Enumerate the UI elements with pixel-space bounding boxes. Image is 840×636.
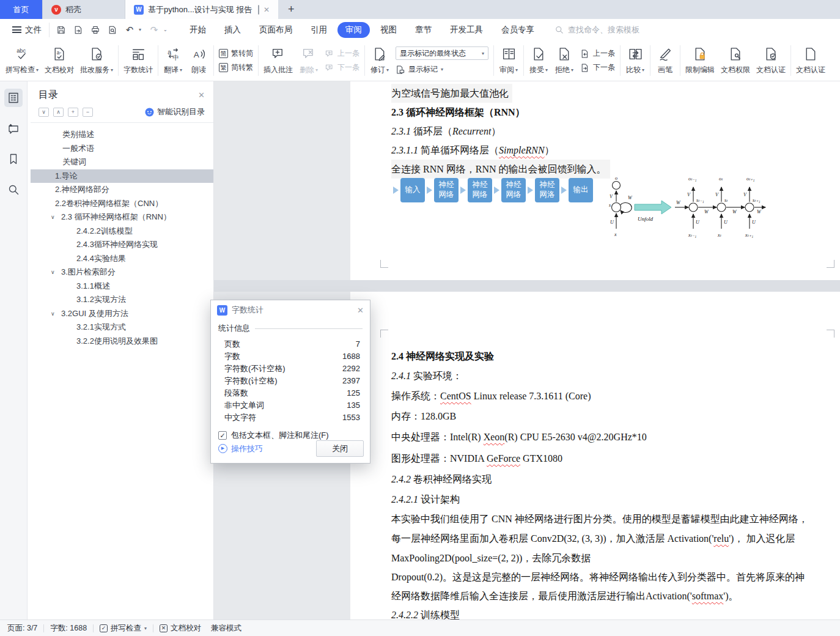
toc-item[interactable]: ∨ 3.图片检索部分: [31, 265, 213, 279]
file-menu-button[interactable]: 文件: [6, 24, 48, 35]
toc-item[interactable]: ∨ 3.2GUI 及使用方法: [31, 307, 213, 321]
toc-item[interactable]: 类别描述: [31, 128, 213, 142]
page-indicator: 页面: 3/7: [7, 623, 37, 634]
toc-item[interactable]: 2.4.4实验结果: [31, 252, 213, 266]
word-count-indicator[interactable]: 字数: 1688: [50, 623, 87, 634]
delete-comment-button[interactable]: 删除▾: [296, 40, 322, 81]
status-doc-proof[interactable]: ✕ 文档校对: [160, 623, 201, 634]
toc-expand-all-button[interactable]: ∨: [39, 108, 49, 117]
close-button[interactable]: 关闭: [316, 440, 364, 457]
toc-item[interactable]: ∨ 2.3 循环神经网络框架（RNN）: [31, 210, 213, 224]
toc-item[interactable]: 3.1.2实现方法: [31, 293, 213, 307]
chevron-down-icon[interactable]: ∨: [51, 307, 55, 321]
toc-item[interactable]: 关键词: [31, 155, 213, 169]
toc-item[interactable]: 3.1.1概述: [31, 279, 213, 294]
dialog-title: 字数统计: [232, 305, 353, 316]
dialog-close-icon[interactable]: ✕: [357, 306, 364, 315]
ribbon-tab[interactable]: 开发工具: [442, 22, 491, 38]
export-button[interactable]: [70, 23, 86, 37]
search-panel-icon[interactable]: [4, 180, 23, 199]
tab-docer[interactable]: ν 稻壳: [43, 0, 125, 19]
flow-box: 输入: [400, 178, 425, 202]
toc-item[interactable]: 2.4.2.2训练模型: [31, 224, 213, 239]
toc-item[interactable]: 2.神经网络部分: [31, 183, 213, 197]
redo-button[interactable]: ↷: [146, 23, 162, 37]
document-page[interactable]: 2.4 神经网络实现及实验 2.4.1 实验环境： 操作系统：CentOS Li…: [350, 292, 840, 619]
tab-window-icon[interactable]: [258, 6, 259, 14]
command-search[interactable]: 查找命令、搜索模板: [554, 24, 639, 35]
ribbon-tab[interactable]: 插入: [216, 22, 249, 38]
chevron-down-icon[interactable]: ∨: [51, 210, 55, 224]
toc-close-icon[interactable]: ✕: [198, 91, 205, 100]
document-page[interactable]: 为空域信号施加最大值池化 2.3 循环神经网络框架（RNN） 2.3.1 循环层…: [350, 81, 840, 280]
tab-close-icon[interactable]: ✕: [263, 6, 270, 14]
tab-document[interactable]: W 基于python...设计与实现 报告 ✕: [125, 0, 278, 19]
customize-toolbar-icon[interactable]: ⌄: [163, 27, 169, 32]
doc-line: 2.3.1.1 简单循环网络层（SimpleRNN）: [391, 141, 840, 160]
undo-caret-icon[interactable]: ▾: [139, 27, 145, 32]
toc-zoom-in-button[interactable]: +: [68, 108, 78, 117]
pen-button[interactable]: 画笔: [652, 40, 678, 81]
next-comment-button[interactable]: 下一条: [325, 62, 359, 73]
smart-toc-button[interactable]: 智能识别目录: [145, 106, 205, 117]
toc-zoom-out-button[interactable]: −: [83, 108, 93, 117]
next-change-button[interactable]: 下一条: [580, 62, 615, 73]
doc-permission-button[interactable]: 文档权限: [718, 40, 753, 81]
toc-item[interactable]: 1.导论: [31, 169, 213, 183]
doc-auth-button[interactable]: 文档认证: [753, 40, 789, 81]
save-button[interactable]: [53, 23, 69, 37]
insert-comment-button[interactable]: 插入批注: [260, 40, 296, 81]
toc-item[interactable]: 2.2卷积神经网络框架（CNN）: [31, 197, 213, 211]
reject-change-button[interactable]: 拒绝▾: [551, 40, 577, 81]
ribbon-tab[interactable]: 页面布局: [251, 22, 300, 38]
toc-collapse-all-button[interactable]: ∧: [53, 108, 64, 117]
check-square-icon: ✓: [100, 624, 108, 632]
undo-button[interactable]: ↶: [122, 23, 138, 37]
simp-to-trad-button[interactable]: 繁简转繁: [219, 62, 253, 73]
markup-state-dropdown[interactable]: 显示标记的最终状态▾: [396, 46, 488, 60]
read-aloud-button[interactable]: A 朗读: [186, 40, 212, 81]
toc-item[interactable]: 3.2.2使用说明及效果图: [31, 335, 213, 349]
comments-panel-icon[interactable]: [4, 119, 23, 138]
status-spell-check[interactable]: ✓ 拼写检查▾: [100, 623, 147, 634]
ribbon-tab[interactable]: 审阅: [337, 22, 370, 38]
ribbon-tab[interactable]: 会员专享: [493, 22, 542, 38]
toc-item[interactable]: 一般术语: [31, 142, 213, 156]
spell-check-button[interactable]: abc 拼写检查▾: [2, 40, 42, 81]
ribbon-tab[interactable]: 章节: [407, 22, 440, 38]
trad-to-simp-button[interactable]: 简繁转简: [219, 48, 253, 59]
rnn-flow-diagram: 输入 神经 网络 神经 网络 神经 网络 神经 网洛 输出: [391, 178, 593, 202]
accept-change-button[interactable]: 接受▾: [526, 40, 551, 81]
outline-panel-icon[interactable]: [4, 89, 23, 107]
doc-proof-button[interactable]: a- 文档校对: [42, 40, 77, 81]
track-changes-button[interactable]: 修订▾: [367, 40, 392, 81]
toc-item[interactable]: 3.2.1实现方式: [31, 320, 213, 335]
chevron-down-icon[interactable]: ∨: [51, 265, 55, 279]
svg-text:U: U: [724, 220, 728, 225]
ribbon-tab[interactable]: 引用: [303, 22, 335, 38]
tips-link[interactable]: ▶ 操作技巧: [218, 443, 263, 454]
print-button[interactable]: [87, 23, 103, 37]
new-tab-button[interactable]: +: [278, 0, 304, 19]
restrict-edit-button[interactable]: 限制编辑: [682, 40, 718, 81]
word-count-dialog: W 字数统计 ✕ 统计信息 页数 7 字数 1688 字符数(不计空格) 229…: [210, 300, 370, 464]
print-preview-button[interactable]: [105, 23, 120, 37]
word-count-button[interactable]: 字数统计: [120, 40, 156, 81]
svg-text:W: W: [676, 200, 681, 205]
translate-button[interactable]: a中 翻译▾: [160, 40, 186, 81]
bookmark-panel-icon[interactable]: [4, 150, 23, 168]
review-pane-button[interactable]: 审阅▾: [496, 40, 521, 81]
doc-cut-button[interactable]: 文档认证: [793, 40, 828, 81]
toc-item[interactable]: 2.4.3循环神经网络实现: [31, 238, 213, 252]
compare-button[interactable]: 比较▾: [622, 40, 648, 81]
ribbon-tab[interactable]: 开始: [182, 22, 214, 38]
dialog-title-bar[interactable]: W 字数统计 ✕: [211, 300, 370, 318]
tab-home[interactable]: 首页: [0, 0, 43, 19]
include-textbox-footnote-checkbox[interactable]: ✓ 包括文本框、脚注和尾注(F): [211, 424, 370, 441]
correction-service-button[interactable]: 批改服务▾: [77, 40, 116, 81]
prev-change-button[interactable]: 上一条: [580, 48, 615, 59]
ribbon-tab[interactable]: 视图: [372, 22, 405, 38]
svg-text:a-: a-: [56, 50, 61, 56]
prev-comment-button[interactable]: 上一条: [325, 48, 359, 59]
show-markup-button[interactable]: 显示标记▾: [396, 64, 488, 75]
